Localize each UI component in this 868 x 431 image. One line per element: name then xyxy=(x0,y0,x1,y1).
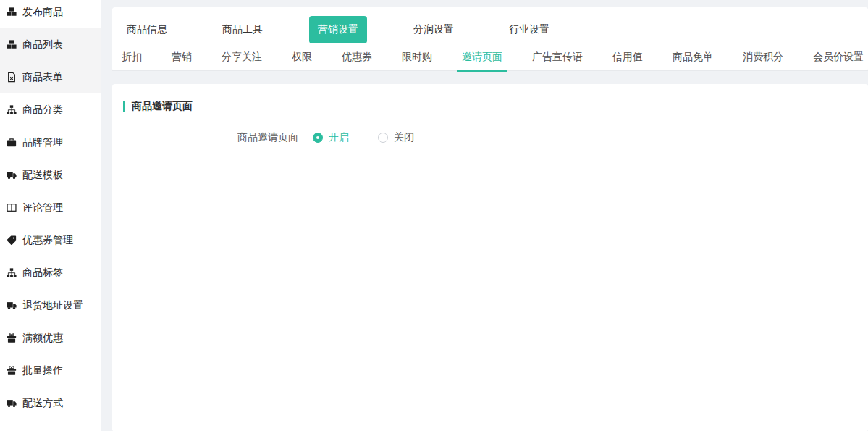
sidebar-menu: 发布商品 商品列表 商品表单 商品分类 xyxy=(0,0,101,419)
sidebar-item-label: 批量操作 xyxy=(22,364,63,377)
tab-secondary[interactable]: 权限 xyxy=(292,42,312,71)
tab-secondary[interactable]: 营销 xyxy=(172,42,192,71)
sidebar-item-label: 商品表单 xyxy=(22,71,63,84)
tab-secondary[interactable]: 分享关注 xyxy=(222,42,262,71)
invite-page-form-row: 商品邀请页面 开启 关闭 xyxy=(112,131,868,144)
tab-primary[interactable]: 分润设置 xyxy=(405,16,463,43)
radio-circle-icon xyxy=(313,133,323,143)
tab-secondary[interactable]: 广告宣传语 xyxy=(532,42,583,71)
sidebar-item-label: 评论管理 xyxy=(22,201,63,214)
sidebar-item-label: 发布商品 xyxy=(22,6,63,19)
truck-icon xyxy=(7,300,17,311)
file-excel-icon xyxy=(7,72,17,83)
sidebar-item-label: 商品分类 xyxy=(22,104,63,117)
sidebar-item[interactable]: 批量操作 xyxy=(0,354,101,387)
sidebar-item[interactable]: 发布商品 xyxy=(0,0,101,28)
gift-icon xyxy=(7,332,17,343)
sidebar-item[interactable]: 配送方式 xyxy=(0,387,101,419)
sidebar-item[interactable]: 满额优惠 xyxy=(0,322,101,354)
primary-tabs: 商品信息 商品工具 营销设置 分润设置 行业设置 xyxy=(112,7,868,42)
sidebar-item-label: 配送方式 xyxy=(22,397,63,410)
sidebar-item[interactable]: 评论管理 xyxy=(0,191,101,224)
truck-icon xyxy=(7,170,17,180)
sidebar-item[interactable]: 商品标签 xyxy=(0,256,101,289)
tab-primary[interactable]: 营销设置 xyxy=(309,16,367,43)
sidebar-item-label: 满额优惠 xyxy=(22,332,63,345)
tab-primary[interactable]: 商品工具 xyxy=(214,16,271,43)
briefcase-icon xyxy=(7,137,17,148)
tab-primary[interactable]: 行业设置 xyxy=(500,16,558,43)
tab-secondary[interactable]: 消费积分 xyxy=(743,42,783,71)
tab-secondary[interactable]: 优惠券 xyxy=(342,42,372,71)
secondary-tabs: 折扣 营销 分享关注 权限 优惠券 限时购 邀请页面 广告宣传语 信用值 xyxy=(112,42,868,71)
tab-secondary[interactable]: 会员价设置 xyxy=(813,42,864,71)
tab-primary[interactable]: 商品信息 xyxy=(118,16,176,43)
sidebar-item[interactable]: 退货地址设置 xyxy=(0,289,101,322)
radio-option-label: 开启 xyxy=(329,131,349,144)
sidebar-item-label: 优惠券管理 xyxy=(22,234,73,247)
radio-option[interactable]: 关闭 xyxy=(378,131,414,144)
section-title: 商品邀请页面 xyxy=(123,100,868,113)
sidebar-item[interactable]: 商品表单 xyxy=(0,61,101,93)
sidebar-item[interactable]: 商品列表 xyxy=(0,28,101,61)
radio-option[interactable]: 开启 xyxy=(313,131,349,144)
cubes-icon xyxy=(7,7,17,17)
tab-secondary[interactable]: 商品免单 xyxy=(673,42,713,71)
radio-option-label: 关闭 xyxy=(394,131,414,144)
radio-group: 开启 关闭 xyxy=(313,131,414,144)
sidebar-item-label: 退货地址设置 xyxy=(22,299,83,312)
sidebar-item[interactable]: 配送模板 xyxy=(0,159,101,191)
radio-circle-icon xyxy=(378,133,388,143)
tab-secondary[interactable]: 信用值 xyxy=(612,42,643,71)
truck-icon xyxy=(7,398,17,409)
sitemap-icon xyxy=(7,267,17,278)
tab-secondary[interactable]: 限时购 xyxy=(402,42,432,71)
sidebar-item-label: 商品标签 xyxy=(22,267,63,280)
tabs-card: 商品信息 商品工具 营销设置 分润设置 行业设置 折扣 营销 分享关注 xyxy=(112,7,868,71)
form-label: 商品邀请页面 xyxy=(237,131,298,144)
sidebar-item[interactable]: 品牌管理 xyxy=(0,126,101,159)
cubes-icon xyxy=(7,39,17,50)
sidebar-item-label: 商品列表 xyxy=(22,38,63,51)
content-card: 商品邀请页面 商品邀请页面 开启 关闭 xyxy=(112,84,868,431)
sitemap-icon xyxy=(7,104,17,115)
columns-icon xyxy=(7,202,17,213)
gift-icon xyxy=(7,365,17,376)
sidebar-item-label: 品牌管理 xyxy=(22,136,63,149)
tag-icon xyxy=(7,235,17,246)
main-area: 商品信息 商品工具 营销设置 分润设置 行业设置 折扣 营销 分享关注 xyxy=(112,0,868,431)
sidebar: 发布商品 商品列表 商品表单 商品分类 xyxy=(0,0,101,431)
tab-secondary[interactable]: 折扣 xyxy=(122,42,142,71)
tab-secondary[interactable]: 邀请页面 xyxy=(462,42,502,71)
sidebar-item-label: 配送模板 xyxy=(22,169,63,182)
sidebar-item[interactable]: 优惠券管理 xyxy=(0,224,101,256)
section-title-text: 商品邀请页面 xyxy=(132,100,193,113)
sidebar-item[interactable]: 商品分类 xyxy=(0,93,101,126)
section-title-bar-icon xyxy=(123,101,125,112)
